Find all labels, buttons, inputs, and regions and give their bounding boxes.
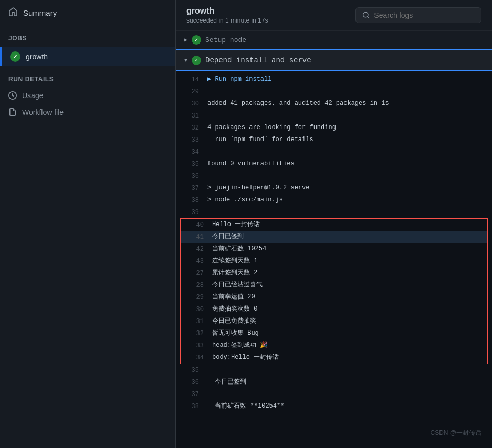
line-content: ▶ Run npm install (207, 74, 492, 84)
log-area[interactable]: ▶ Setup node ▼ Depend install and serve … (176, 31, 492, 448)
log-line-36b: 36 今日已签到 (176, 376, 492, 388)
log-line-37b: 37 (176, 388, 492, 400)
log-line-27: 27 累计签到天数 2 (181, 267, 487, 279)
line-content: 当前矿石数 **10254** (207, 401, 492, 411)
log-line-33: 33 run `npm fund` for details (176, 134, 492, 146)
line-number: 37 (176, 183, 207, 194)
line-number: 41 (181, 231, 212, 242)
step-setup-success-icon (192, 35, 201, 45)
line-content: 当前幸运值 20 (212, 292, 487, 302)
line-number: 35 (176, 365, 207, 376)
line-number: 42 (181, 243, 212, 254)
line-number: 43 (181, 255, 212, 266)
line-content: body:Hello 一封传话 (212, 352, 487, 362)
log-line-30b: 30 免费抽奖次数 0 (181, 303, 487, 315)
run-details-section-label: Run details (0, 67, 175, 87)
log-line-14: 14 ▶ Run npm install (176, 73, 492, 86)
header-info: growth succeeded in 1 minute in 17s (186, 6, 268, 24)
summary-link[interactable]: Summary (0, 0, 175, 26)
log-line-29: 29 (176, 86, 492, 98)
line-content: 暂无可收集 Bug (212, 328, 487, 338)
line-number: 34 (181, 352, 212, 363)
log-line-36: 36 (176, 170, 492, 182)
log-line-30: 30 added 41 packages, and audited 42 pac… (176, 98, 492, 110)
log-line-31: 31 (176, 110, 492, 122)
usage-label: Usage (22, 91, 43, 100)
main-content: growth succeeded in 1 minute in 17s ▶ Se… (176, 0, 492, 448)
step-depend-success-icon (192, 56, 201, 65)
usage-item[interactable]: Usage (0, 87, 175, 104)
log-line-38b: 38 当前矿石数 **10254** (176, 400, 492, 412)
line-number: 38 (176, 401, 207, 412)
log-line-37-serve: 37 > juejin-helper@1.0.2 serve (176, 182, 492, 194)
line-content: 累计签到天数 2 (212, 268, 487, 278)
line-number: 36 (176, 170, 207, 182)
search-logs-input[interactable] (374, 11, 475, 19)
summary-label: Summary (23, 8, 57, 17)
log-line-35b: 35 (176, 364, 492, 376)
line-number: 29 (176, 86, 207, 97)
line-number: 32 (176, 122, 207, 133)
line-content: added 41 packages, and audited 42 packag… (207, 98, 492, 109)
line-content: head:签到成功 🎉 (212, 340, 487, 350)
line-number: 35 (176, 158, 207, 169)
line-number: 34 (176, 146, 207, 157)
chevron-down-icon: ▼ (184, 58, 187, 63)
log-line-32: 32 4 packages are looking for funding (176, 122, 492, 134)
line-number: 27 (181, 268, 212, 279)
line-number: 36 (176, 377, 207, 388)
log-line-34: 34 (176, 146, 492, 158)
line-content: 今日已签到 (207, 377, 492, 387)
line-number: 33 (181, 340, 212, 351)
log-line-43: 43 连续签到天数 1 (181, 255, 487, 267)
line-content: 当前矿石数 10254 (212, 243, 487, 254)
search-logs-box[interactable] (355, 7, 481, 23)
home-icon (8, 7, 18, 18)
job-name-label: growth (26, 52, 48, 61)
log-line-40: 40 Hello 一封传话 (181, 219, 487, 231)
line-number: 39 (176, 207, 207, 218)
log-line-41: 41 今日已签到 (181, 231, 487, 243)
sidebar: Summary Jobs growth Run details Usage Wo… (0, 0, 176, 448)
main-header: growth succeeded in 1 minute in 17s (176, 0, 492, 31)
log-line-33b: 33 head:签到成功 🎉 (181, 339, 487, 351)
log-line-28: 28 今日已经沾过喜气 (181, 279, 487, 291)
workflow-name: growth (186, 6, 268, 16)
line-content: > juejin-helper@1.0.2 serve (207, 183, 492, 193)
log-line-35-found: 35 found 0 vulnerabilities (176, 158, 492, 170)
line-number: 14 (176, 74, 207, 85)
step-depend-label: Depend install and serve (205, 56, 311, 65)
line-content: 4 packages are looking for funding (207, 122, 492, 133)
sidebar-item-growth[interactable]: growth (0, 47, 175, 66)
job-success-icon (10, 51, 20, 62)
line-content: 今日已免费抽奖 (212, 316, 487, 326)
log-line-34b: 34 body:Hello 一封传话 (181, 351, 487, 364)
log-line-38-node: 38 > node ./src/main.js (176, 194, 492, 206)
line-number: 40 (181, 219, 212, 230)
line-number: 38 (176, 195, 207, 206)
line-number: 31 (181, 316, 212, 327)
chevron-right-icon: ▶ (184, 37, 187, 43)
step-header-setup[interactable]: ▶ Setup node (176, 31, 492, 49)
jobs-section-label: Jobs (0, 26, 175, 46)
log-line-39: 39 (176, 206, 492, 218)
workflow-file-item[interactable]: Workflow file (0, 104, 175, 121)
line-number: 30 (176, 98, 207, 109)
line-number: 32 (181, 328, 212, 339)
line-number: 28 (181, 280, 212, 291)
line-content: Hello 一封传话 (212, 219, 487, 230)
red-border-log-section: 40 Hello 一封传话 41 今日已签到 42 当前矿石数 10254 43… (180, 218, 488, 364)
line-number: 29 (181, 292, 212, 303)
line-number: 30 (181, 304, 212, 315)
line-number: 33 (176, 134, 207, 145)
log-line-29b: 29 当前幸运值 20 (181, 291, 487, 303)
line-number: 37 (176, 389, 207, 400)
log-line-32b: 32 暂无可收集 Bug (181, 327, 487, 339)
line-content: > node ./src/main.js (207, 195, 492, 205)
search-icon (362, 11, 370, 19)
line-content: 今日已经沾过喜气 (212, 280, 487, 290)
step-setup-label: Setup node (205, 36, 246, 44)
step-header-depend[interactable]: ▼ Depend install and serve (176, 49, 492, 71)
line-content: 今日已签到 (212, 231, 487, 242)
line-content: 免费抽奖次数 0 (212, 304, 487, 314)
